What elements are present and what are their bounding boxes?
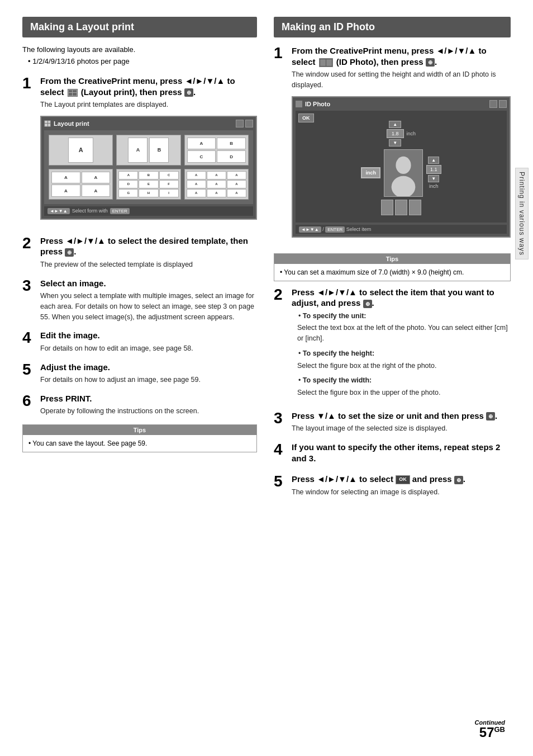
lc-ab: A <box>118 171 138 179</box>
right-step-5-title: Press ◄/►/▼/▲ to select OK and press ⊕. <box>292 474 511 485</box>
right-tips-header: Tips <box>274 254 510 264</box>
unit-selector[interactable]: inch <box>361 167 380 178</box>
right-step-5-body: The window for selecting an image is dis… <box>292 487 511 498</box>
id-ctrl-2[interactable] <box>499 100 507 108</box>
right-step-3-title: Press ▼/▲ to set the size or unit and th… <box>292 410 511 422</box>
left-column: Making a Layout print The following layo… <box>22 17 257 505</box>
step-6-content: Press PRINT. Operate by following the in… <box>40 393 257 417</box>
right-section-title: Making an ID Photo <box>274 17 511 37</box>
lc-fb: F <box>159 180 179 188</box>
step-6-title: Press PRINT. <box>40 393 257 404</box>
step-4-content: Edit the image. For details on how to ed… <box>40 330 257 353</box>
step-1-title: From the CreativePrint menu, press ◄/►/▼… <box>40 75 257 97</box>
step-3-body: When you select a template with multiple… <box>40 291 257 322</box>
layout-cell-a2: A <box>128 138 147 163</box>
right-step-1: 1 From the CreativePrint menu, press ◄/►… <box>274 45 511 245</box>
sub-bullet-unit-title: To specify the unit: <box>292 311 511 322</box>
right-step-3-body: The layout image of the selected size is… <box>292 423 511 434</box>
right-step-5: 5 Press ◄/►/▼/▲ to select OK and press ⊕… <box>274 474 511 497</box>
right-step-2-title: Press ◄/►/▼/▲ to select the item that yo… <box>292 287 511 309</box>
right-step-5-number: 5 <box>274 474 286 489</box>
layout-two: A B <box>116 135 180 166</box>
lc-bb: B <box>139 171 158 179</box>
sub-bullet-height-title: To specify the height: <box>292 348 511 359</box>
page-num: 57 <box>479 725 494 740</box>
right-column: Making an ID Photo 1 From the CreativePr… <box>274 17 511 505</box>
lc-eb: E <box>139 180 158 188</box>
right-step-1-number: 1 <box>274 45 286 61</box>
step-1-body: The Layout print templates are displayed… <box>40 100 257 110</box>
screen-ctrl-1[interactable] <box>236 120 244 127</box>
step-6-number: 6 <box>22 393 35 409</box>
lc-ib: I <box>159 189 179 197</box>
id-ctrl-1[interactable] <box>489 100 497 108</box>
sidebar-label: Printing in various ways <box>515 168 529 259</box>
right-step-4: 4 If you want to specify the other items… <box>274 442 511 466</box>
step-2-body: The preview of the selected template is … <box>40 259 257 270</box>
layout-four: A B C D <box>184 135 249 166</box>
sub-bullet-width: To specify the width: Select the figure … <box>292 375 511 398</box>
bullet-item: 1/2/4/9/13/16 photos per page <box>28 57 257 65</box>
measure-top-up[interactable]: ▲ <box>389 121 401 128</box>
right-measure-up[interactable]: ▲ <box>428 157 439 164</box>
step-6-body: Operate by following the instructions on… <box>40 406 257 417</box>
step-2-title: Press ◄/►/▼/▲ to select the desired temp… <box>40 235 257 257</box>
left-section-title: Making a Layout print <box>22 17 257 37</box>
layout-cell-a: A <box>68 138 93 163</box>
right-step-2-body: To specify the unit: Select the text box… <box>292 311 511 398</box>
ok-button[interactable]: OK <box>298 114 314 122</box>
layout-single: A <box>49 135 113 166</box>
left-tips-body: • You can save the layout. See page 59. <box>23 435 256 452</box>
layout-a3: A <box>187 138 216 150</box>
layout-cell-b2: B <box>149 138 169 163</box>
page-suffix: GB <box>494 725 506 734</box>
right-step-4-content: If you want to specify the other items, … <box>292 442 511 466</box>
lc-hb: H <box>139 189 158 197</box>
left-tip-1: • You can save the layout. See page 59. <box>28 440 147 447</box>
step-2: 2 Press ◄/►/▼/▲ to select the desired te… <box>22 235 257 270</box>
step-3-number: 3 <box>22 278 35 294</box>
id-thumb-row <box>381 200 421 215</box>
screen-footer: ◄►▼▲ Select form with ENTER <box>44 206 253 216</box>
measure-top-down[interactable]: ▼ <box>389 139 401 147</box>
right-step-4-title: If you want to specify the other items, … <box>292 442 511 464</box>
id-enter-icon: ENTER <box>325 226 345 233</box>
page-footer: Continued 57GB <box>475 719 505 739</box>
step-6: 6 Press PRINT. Operate by following the … <box>22 393 257 417</box>
id-photo-placeholder <box>384 149 423 197</box>
right-step-3: 3 Press ▼/▲ to set the size or unit and … <box>274 410 511 434</box>
right-measure-value: 1.1 <box>426 165 441 174</box>
layout-d3: D <box>217 150 246 163</box>
step-4-body: For details on how to edit an image, see… <box>40 343 257 354</box>
layout-c3: C <box>187 150 216 163</box>
right-step-2-number: 2 <box>274 287 286 303</box>
lc-a4c: A <box>51 185 80 197</box>
sub-bullet-height-body: Select the figure box at the right of th… <box>292 361 511 371</box>
intro-text: The following layouts are available. <box>22 45 257 54</box>
right-measure-unit: inch <box>429 183 439 189</box>
person-silhouette <box>384 149 422 197</box>
layout-screen-mockup: Layout print A <box>40 116 257 220</box>
step-4: 4 Edit the image. For details on how to … <box>22 330 257 353</box>
id-footer-text: Select item <box>346 226 372 232</box>
right-tips-box: Tips • You can set a maximum size of 7.0… <box>274 253 511 281</box>
step-3-content: Select an image. When you select a templ… <box>40 278 257 323</box>
right-tips-body: • You can set a maximum size of 7.0 (wid… <box>274 264 510 281</box>
right-tip-1: • You can set a maximum size of 7.0 (wid… <box>280 268 464 276</box>
enter-icon: ENTER <box>110 208 130 214</box>
id-screen-controls <box>489 100 507 108</box>
layout-b3: B <box>217 138 246 150</box>
id-thumb-1 <box>381 200 393 215</box>
screen-title-text: Layout print <box>54 120 89 127</box>
left-tips-box: Tips • You can save the layout. See page… <box>22 424 257 452</box>
step-2-number: 2 <box>22 235 35 251</box>
layout-nine-a: A A A A A A A A A <box>184 169 249 200</box>
step-2-content: Press ◄/►/▼/▲ to select the desired temp… <box>40 235 257 270</box>
right-measure-down[interactable]: ▼ <box>428 175 439 182</box>
id-screen-inner: OK ▲ 1.8 ▼ inch <box>296 111 507 223</box>
right-step-4-number: 4 <box>274 442 286 457</box>
lc-a4a: A <box>51 172 80 184</box>
screen-ctrl-2[interactable] <box>245 120 253 127</box>
id-main-body: inch <box>361 149 441 197</box>
right-step-2-content: Press ◄/►/▼/▲ to select the item that yo… <box>292 287 511 403</box>
